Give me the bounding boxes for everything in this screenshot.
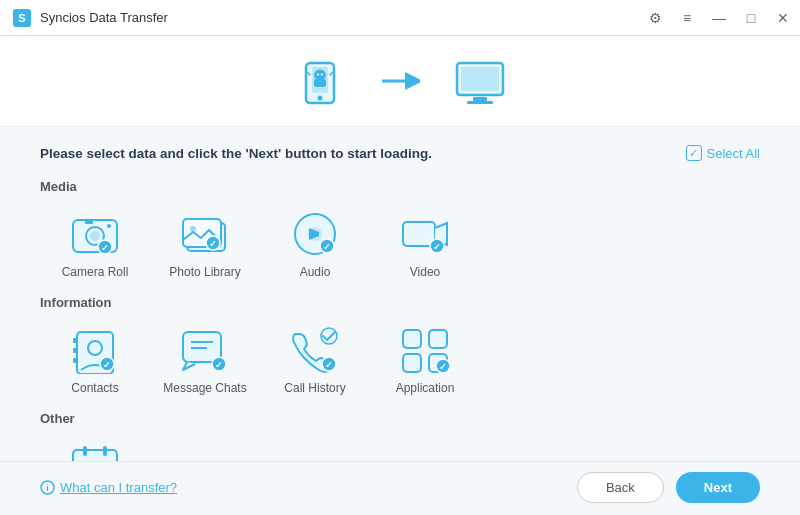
svg-point-6	[317, 74, 319, 76]
monitor-svg	[453, 59, 507, 107]
title-bar: S Syncios Data Transfer ⚙ ≡ — □ ✕	[0, 0, 800, 36]
app-logo-icon: S	[12, 8, 32, 28]
svg-point-5	[314, 70, 326, 81]
svg-rect-52	[429, 330, 447, 348]
data-item-calendar[interactable]: ✓ Calendar	[50, 438, 140, 461]
data-item-photo-library[interactable]: ✓ Photo Library	[160, 206, 250, 279]
category-label-information: Information	[40, 295, 760, 310]
data-item-message-chats[interactable]: ✓ Message Chats	[160, 322, 250, 395]
svg-point-4	[318, 96, 323, 101]
settings-icon[interactable]: ⚙	[646, 9, 664, 27]
svg-text:✓: ✓	[215, 360, 223, 370]
what-transfer-text: What can I transfer?	[60, 480, 177, 495]
category-label-other: Other	[40, 411, 760, 426]
contacts-icon: ✓	[65, 322, 125, 377]
category-other: Other ✓ Calendar	[40, 411, 760, 461]
title-bar-left: S Syncios Data Transfer	[12, 8, 168, 28]
application-icon: ✓	[395, 322, 455, 377]
svg-rect-60	[103, 446, 107, 456]
call-history-icon: ✓	[285, 322, 345, 377]
application-label: Application	[396, 381, 455, 395]
svg-text:✓: ✓	[103, 360, 111, 370]
camera-roll-label: Camera Roll	[62, 265, 129, 279]
audio-label: Audio	[300, 265, 331, 279]
contacts-label: Contacts	[71, 381, 118, 395]
svg-text:✓: ✓	[209, 239, 217, 249]
data-item-video[interactable]: ✓ Video	[380, 206, 470, 279]
svg-rect-14	[461, 67, 499, 91]
android-phone-svg	[296, 59, 344, 107]
call-history-label: Call History	[284, 381, 345, 395]
svg-text:✓: ✓	[439, 362, 447, 372]
data-item-audio[interactable]: ✓ Audio	[270, 206, 360, 279]
svg-rect-15	[473, 97, 487, 101]
photo-library-label: Photo Library	[169, 265, 240, 279]
items-grid-information: ✓ Contacts ✓ Message Chats ✓ Call Histor…	[50, 322, 760, 395]
svg-point-7	[321, 74, 323, 76]
svg-rect-39	[73, 348, 77, 353]
svg-rect-57	[73, 450, 117, 462]
svg-text:S: S	[18, 12, 25, 24]
select-all-checkbox-icon: ✓	[686, 145, 702, 161]
back-button[interactable]: Back	[577, 472, 664, 503]
close-icon[interactable]: ✕	[774, 9, 792, 27]
category-label-media: Media	[40, 179, 760, 194]
instruction-text: Please select data and click the 'Next' …	[40, 146, 432, 161]
video-label: Video	[410, 265, 440, 279]
categories-container: Media ✓ Camera Roll ✓ Photo Library ✓ Au…	[40, 179, 760, 461]
audio-icon: ✓	[285, 206, 345, 261]
select-all-label: Select All	[707, 146, 760, 161]
what-transfer-link[interactable]: i What can I transfer?	[40, 480, 177, 495]
svg-rect-59	[83, 446, 87, 456]
svg-rect-53	[403, 354, 421, 372]
menu-icon[interactable]: ≡	[678, 9, 696, 27]
items-grid-other: ✓ Calendar	[50, 438, 760, 461]
maximize-icon[interactable]: □	[742, 9, 760, 27]
info-icon: i	[40, 480, 55, 495]
instruction-bar: Please select data and click the 'Next' …	[40, 145, 760, 161]
select-all-button[interactable]: ✓ Select All	[686, 145, 760, 161]
svg-text:✓: ✓	[101, 243, 109, 253]
items-grid-media: ✓ Camera Roll ✓ Photo Library ✓ Audio ✓ …	[50, 206, 760, 279]
footer-buttons: Back Next	[577, 472, 760, 503]
svg-rect-51	[403, 330, 421, 348]
title-bar-controls: ⚙ ≡ — □ ✕	[646, 9, 792, 27]
svg-rect-40	[73, 358, 77, 363]
content-area: Please select data and click the 'Next' …	[0, 127, 800, 461]
next-button[interactable]: Next	[676, 472, 760, 503]
svg-rect-20	[85, 220, 93, 224]
data-item-application[interactable]: ✓ Application	[380, 322, 470, 395]
message-chats-label: Message Chats	[163, 381, 246, 395]
photo-library-icon: ✓	[175, 206, 235, 261]
svg-text:✓: ✓	[433, 242, 441, 252]
source-device-icon	[290, 58, 350, 108]
footer: i What can I transfer? Back Next	[0, 461, 800, 515]
transfer-header	[0, 36, 800, 127]
svg-point-21	[107, 224, 111, 228]
video-icon: ✓	[395, 206, 455, 261]
main-content: Please select data and click the 'Next' …	[0, 36, 800, 515]
data-item-call-history[interactable]: ✓ Call History	[270, 322, 360, 395]
svg-text:i: i	[46, 483, 49, 493]
svg-point-19	[90, 231, 100, 241]
svg-text:✓: ✓	[323, 242, 331, 252]
svg-rect-8	[314, 79, 326, 87]
data-item-camera-roll[interactable]: ✓ Camera Roll	[50, 206, 140, 279]
category-information: Information ✓ Contacts ✓ Message Chats ✓…	[40, 295, 760, 395]
transfer-arrow-icon	[380, 67, 420, 99]
data-item-contacts[interactable]: ✓ Contacts	[50, 322, 140, 395]
target-device-icon	[450, 58, 510, 108]
app-title: Syncios Data Transfer	[40, 10, 168, 25]
svg-rect-16	[467, 101, 493, 104]
camera-roll-icon: ✓	[65, 206, 125, 261]
category-media: Media ✓ Camera Roll ✓ Photo Library ✓ Au…	[40, 179, 760, 279]
minimize-icon[interactable]: —	[710, 9, 728, 27]
calendar-icon: ✓	[65, 438, 125, 461]
message-chats-icon: ✓	[175, 322, 235, 377]
svg-rect-38	[73, 338, 77, 343]
svg-text:✓: ✓	[325, 360, 333, 370]
